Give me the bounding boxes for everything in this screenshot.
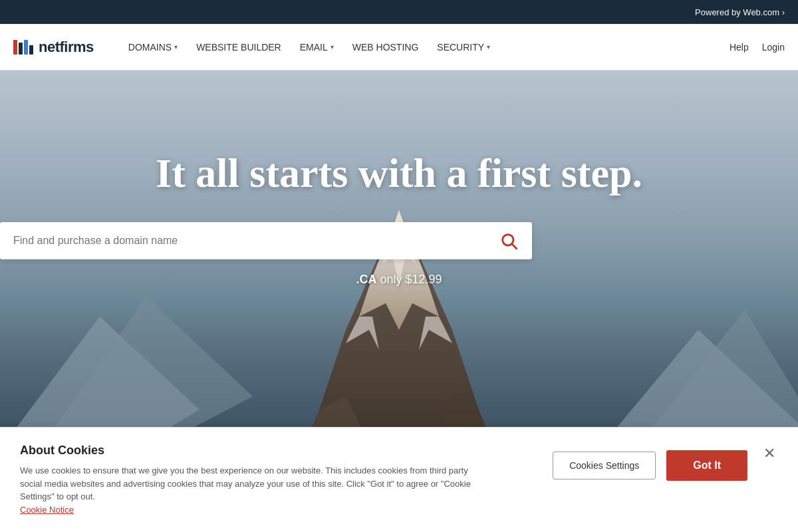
search-bar — [0, 222, 532, 259]
nav-security[interactable]: SECURITY ▾ — [429, 37, 498, 58]
logo-link[interactable]: netfirms — [13, 39, 94, 56]
got-it-button[interactable]: Got It — [666, 450, 747, 481]
main-nav: DOMAINS ▾ WEBSITE BUILDER EMAIL ▾ WEB HO… — [120, 37, 730, 58]
logo-text: netfirms — [39, 39, 94, 56]
cookie-title: About Cookies — [20, 444, 539, 458]
nav-website-builder[interactable]: WEBSITE BUILDER — [188, 37, 289, 58]
domain-search-input[interactable] — [0, 222, 492, 259]
header-actions: Help Login — [730, 42, 785, 53]
chevron-down-icon: ▾ — [331, 43, 334, 51]
hero-title: It all starts with a first step. — [0, 150, 798, 196]
promo-text: only $12.99 — [376, 273, 442, 286]
domain-search-button[interactable] — [492, 222, 532, 259]
powered-by-link[interactable]: Powered by Web.com › — [695, 7, 785, 17]
promo-tld: .CA — [356, 273, 376, 286]
cookie-body: We use cookies to ensure that we give yo… — [20, 464, 472, 516]
top-bar: Powered by Web.com › — [0, 0, 798, 24]
arrow-icon: › — [782, 7, 785, 17]
hero-content: It all starts with a first step. .CA onl… — [0, 150, 798, 287]
cookie-text-section: About Cookies We use cookies to ensure t… — [20, 444, 539, 516]
nav-domains[interactable]: DOMAINS ▾ — [120, 37, 186, 58]
cookie-banner: About Cookies We use cookies to ensure t… — [0, 427, 798, 532]
logo-icon — [13, 40, 33, 55]
domain-promo: .CA only $12.99 — [0, 273, 798, 287]
cookies-settings-button[interactable]: Cookies Settings — [553, 452, 656, 479]
cookie-actions: Cookies Settings Got It — [553, 450, 747, 481]
cookie-notice-link[interactable]: Cookie Notice — [20, 505, 74, 515]
chevron-down-icon: ▾ — [487, 43, 490, 51]
nav-web-hosting[interactable]: WEB HOSTING — [344, 37, 427, 58]
powered-by-text: Powered by Web.com — [695, 7, 779, 17]
site-header: netfirms DOMAINS ▾ WEBSITE BUILDER EMAIL… — [0, 24, 798, 70]
login-link[interactable]: Login — [762, 42, 785, 53]
search-icon — [499, 231, 518, 250]
nav-email[interactable]: EMAIL ▾ — [292, 37, 342, 58]
help-link[interactable]: Help — [730, 42, 749, 53]
cookie-close-button[interactable]: ✕ — [761, 444, 778, 464]
svg-line-15 — [512, 244, 516, 248]
chevron-down-icon: ▾ — [174, 43, 178, 51]
